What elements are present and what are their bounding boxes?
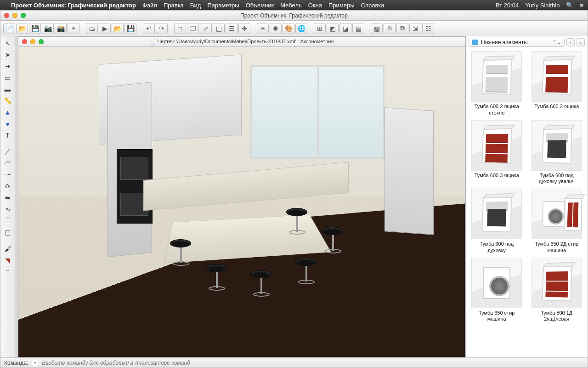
- doc-zoom-icon[interactable]: [39, 39, 44, 44]
- spotlight-icon[interactable]: 🔍: [566, 2, 573, 9]
- doc-close-icon[interactable]: [22, 39, 27, 44]
- main-window-title: Проект Объемник: Графический редактор: [0, 12, 588, 19]
- copy-icon[interactable]: ⎘: [384, 23, 396, 34]
- fit-screen-icon[interactable]: ⤢: [200, 23, 212, 34]
- grid-icon[interactable]: ▦: [352, 23, 364, 34]
- menu-windows[interactable]: Окна: [308, 2, 322, 9]
- link-icon[interactable]: ⇲: [409, 23, 421, 34]
- folder-blue[interactable]: 🗂: [86, 23, 98, 34]
- measure-tool[interactable]: 📏: [2, 96, 13, 106]
- catalogue-item[interactable]: Тумба 650 2Д стир машина: [529, 189, 585, 254]
- menu-examples[interactable]: Примеры: [328, 2, 355, 9]
- doc-minimize-icon[interactable]: [30, 39, 35, 44]
- folder-blue-play[interactable]: ▶: [99, 23, 111, 34]
- group-icon[interactable]: ⊞: [314, 23, 326, 34]
- grid-dark-icon[interactable]: ▩: [371, 23, 383, 34]
- catalogue-thumb: [531, 120, 582, 171]
- catalogue-item[interactable]: Тумба 650 стир машина: [469, 258, 525, 323]
- palette-icon[interactable]: 🎨: [283, 23, 294, 34]
- folder-icon: [472, 40, 478, 45]
- rect-tool[interactable]: ▭: [2, 73, 13, 83]
- undo-icon[interactable]: ↶: [143, 23, 155, 34]
- catalogue-thumb: [531, 258, 582, 308]
- menu-extra-icon[interactable]: ≡: [580, 2, 583, 9]
- polyline-tool[interactable]: 〰: [2, 170, 13, 180]
- line-tool[interactable]: ／: [2, 147, 13, 157]
- menu-obemnik[interactable]: Объемник: [246, 2, 274, 9]
- catalogue-item[interactable]: Тумба 600 2 ящика стекло: [469, 51, 525, 116]
- catalogue-prev-button[interactable]: ‹: [566, 38, 575, 46]
- menu-help[interactable]: Справка: [361, 2, 384, 9]
- arc-tool[interactable]: ◠: [2, 158, 13, 168]
- catalogue-item-label: Тумба 600 под духовку увелич: [531, 172, 582, 185]
- copy-stack-icon[interactable]: ⧉: [396, 23, 408, 34]
- rect-fill-tool[interactable]: ▬: [2, 84, 13, 94]
- pointer-tool[interactable]: ↖: [2, 38, 13, 48]
- menu-furniture[interactable]: Мебель: [280, 2, 302, 9]
- command-input[interactable]: [42, 360, 584, 366]
- list-icon[interactable]: ☷: [422, 23, 434, 34]
- camera-icon[interactable]: 📷: [42, 23, 54, 34]
- menu-params[interactable]: Параметры: [207, 2, 239, 9]
- disk-icon[interactable]: 💾: [124, 23, 136, 34]
- camera-dark-icon[interactable]: 📸: [55, 23, 67, 34]
- window-icon[interactable]: ◻: [174, 23, 186, 34]
- folder-open[interactable]: 📂: [112, 23, 124, 34]
- cube-dark-icon[interactable]: ◪: [339, 23, 351, 34]
- sun-alt-icon[interactable]: ✺: [270, 23, 282, 34]
- redo-icon[interactable]: ↷: [156, 23, 168, 34]
- file-icon: 📄: [150, 39, 156, 44]
- catalogue-panel: Нижние элементы ⌃⌄ ‹ › Тумба 600 2 ящика…: [465, 36, 588, 357]
- catalogue-category-select[interactable]: Нижние элементы ⌃⌄: [469, 38, 565, 47]
- close-icon[interactable]: [4, 13, 9, 18]
- catalogue-item-label: Тумба 600 2 ящика: [534, 104, 579, 110]
- main-toolbar: 📄📂💾📷📸⌖🗂▶📂💾↶↷◻❐⤢◫☰✥☀✺🎨🌐⊞◩◪▦▩⎘⧉⇲☷: [0, 21, 588, 36]
- catalogue-item[interactable]: Тумба 600 2 ящика: [529, 51, 585, 116]
- move-icon[interactable]: ✥: [238, 23, 250, 34]
- arc2-tool[interactable]: ⌒: [2, 216, 13, 226]
- minimize-icon[interactable]: [12, 13, 17, 18]
- align-tool[interactable]: ≡: [2, 267, 13, 277]
- menu-file[interactable]: Файл: [142, 2, 157, 9]
- sphere-tool[interactable]: ●: [2, 119, 13, 129]
- sun-icon[interactable]: ☀: [257, 23, 269, 34]
- flip-tool[interactable]: ⇋: [2, 193, 13, 203]
- catalogue-item[interactable]: Тумба 600 3 ящика: [469, 120, 525, 185]
- cube-red-tool[interactable]: ◥: [2, 255, 13, 265]
- menubar-user[interactable]: Yuriy Sinithin: [525, 2, 560, 9]
- catalogue-item-label: Тумба 600 2 ящика стекло: [471, 104, 522, 116]
- cube-blue-icon[interactable]: ◩: [327, 23, 339, 34]
- paint-tool[interactable]: 🖌: [2, 244, 13, 254]
- catalogue-item[interactable]: Тумба 800 1Д 2ящ(левая: [529, 258, 585, 323]
- command-history-button[interactable]: ▾: [32, 360, 38, 366]
- catalogue-header: Нижние элементы ⌃⌄ ‹ ›: [466, 36, 588, 48]
- text-tool[interactable]: T: [2, 130, 13, 140]
- catalogue-item[interactable]: Тумба 600 под духовку увелич: [529, 120, 585, 185]
- curve-tool[interactable]: ∿: [2, 204, 13, 214]
- window-dup-icon[interactable]: ❐: [187, 23, 199, 34]
- save-file[interactable]: 💾: [29, 23, 41, 34]
- snap-icon[interactable]: ⌖: [68, 23, 79, 34]
- 3d-viewport[interactable]: [18, 47, 465, 357]
- cone-tool[interactable]: ▲: [2, 107, 13, 117]
- menu-view[interactable]: Вид: [190, 2, 201, 9]
- catalogue-next-button[interactable]: ›: [577, 38, 585, 46]
- catalogue-thumb: [531, 189, 582, 239]
- menubar-app-name[interactable]: Проект Объемник: Графический редактор: [11, 2, 136, 9]
- object-icon[interactable]: ◫: [213, 23, 225, 34]
- arrow-alt-tool[interactable]: ➔: [2, 61, 13, 71]
- layers-icon[interactable]: ☰: [226, 23, 237, 34]
- earth-icon[interactable]: 🌐: [295, 23, 307, 34]
- catalogue-thumb: [471, 51, 522, 102]
- new-file[interactable]: 📄: [3, 23, 15, 34]
- zoom-icon[interactable]: [21, 13, 26, 18]
- open-file[interactable]: 📂: [16, 23, 28, 34]
- catalogue-item[interactable]: Тумба 600 под духовку: [469, 189, 525, 254]
- rotate-tool[interactable]: ⟳: [2, 181, 13, 191]
- arrow-tool[interactable]: ➤: [2, 50, 13, 60]
- menu-edit[interactable]: Правка: [164, 2, 184, 9]
- crop-tool[interactable]: ▢: [2, 227, 13, 237]
- catalogue-item-label: Тумба 600 под духовку: [471, 241, 522, 254]
- document-window: 📄 Чертеж '/Users/yuriy/Documents/Mebel/П…: [18, 36, 465, 357]
- kitchen-scene: [18, 47, 465, 357]
